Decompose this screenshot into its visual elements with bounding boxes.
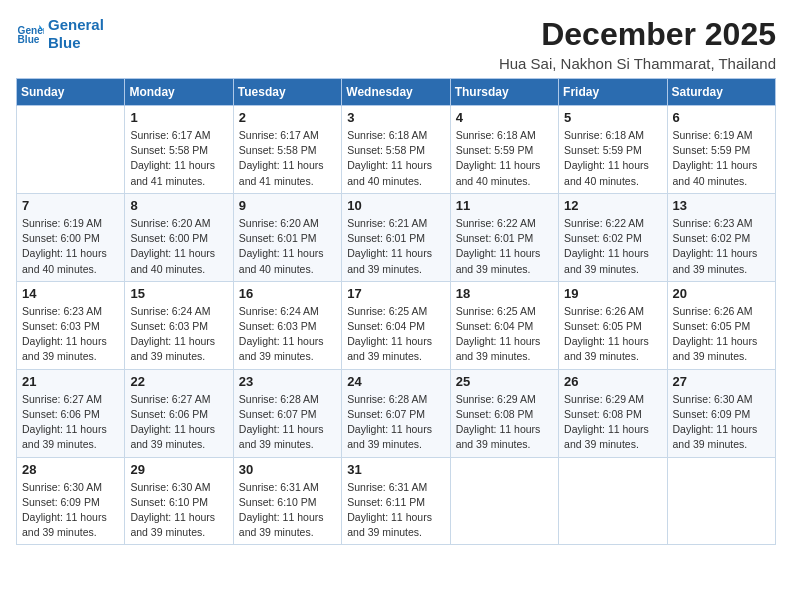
calendar-cell [667,457,775,545]
day-info: Sunrise: 6:30 AMSunset: 6:09 PMDaylight:… [22,480,119,541]
day-number: 28 [22,462,119,477]
day-number: 31 [347,462,444,477]
day-info: Sunrise: 6:18 AMSunset: 5:58 PMDaylight:… [347,128,444,189]
day-info: Sunrise: 6:17 AMSunset: 5:58 PMDaylight:… [239,128,336,189]
day-info: Sunrise: 6:30 AMSunset: 6:10 PMDaylight:… [130,480,227,541]
weekday-header: Sunday [17,79,125,106]
logo-text: General Blue [48,16,104,52]
day-info: Sunrise: 6:26 AMSunset: 6:05 PMDaylight:… [673,304,770,365]
day-number: 9 [239,198,336,213]
calendar-cell: 9Sunrise: 6:20 AMSunset: 6:01 PMDaylight… [233,193,341,281]
calendar-cell: 31Sunrise: 6:31 AMSunset: 6:11 PMDayligh… [342,457,450,545]
calendar-cell: 12Sunrise: 6:22 AMSunset: 6:02 PMDayligh… [559,193,667,281]
weekday-header: Saturday [667,79,775,106]
day-number: 3 [347,110,444,125]
day-number: 17 [347,286,444,301]
month-year: December 2025 [499,16,776,53]
day-info: Sunrise: 6:21 AMSunset: 6:01 PMDaylight:… [347,216,444,277]
day-info: Sunrise: 6:23 AMSunset: 6:02 PMDaylight:… [673,216,770,277]
logo-icon: General Blue [16,20,44,48]
calendar-cell: 16Sunrise: 6:24 AMSunset: 6:03 PMDayligh… [233,281,341,369]
calendar-week-row: 1Sunrise: 6:17 AMSunset: 5:58 PMDaylight… [17,106,776,194]
calendar-cell: 5Sunrise: 6:18 AMSunset: 5:59 PMDaylight… [559,106,667,194]
day-info: Sunrise: 6:25 AMSunset: 6:04 PMDaylight:… [347,304,444,365]
day-info: Sunrise: 6:27 AMSunset: 6:06 PMDaylight:… [130,392,227,453]
day-number: 2 [239,110,336,125]
day-info: Sunrise: 6:29 AMSunset: 6:08 PMDaylight:… [564,392,661,453]
calendar-cell: 15Sunrise: 6:24 AMSunset: 6:03 PMDayligh… [125,281,233,369]
calendar-cell: 18Sunrise: 6:25 AMSunset: 6:04 PMDayligh… [450,281,558,369]
day-info: Sunrise: 6:29 AMSunset: 6:08 PMDaylight:… [456,392,553,453]
calendar-cell: 28Sunrise: 6:30 AMSunset: 6:09 PMDayligh… [17,457,125,545]
day-number: 4 [456,110,553,125]
day-number: 25 [456,374,553,389]
day-info: Sunrise: 6:28 AMSunset: 6:07 PMDaylight:… [347,392,444,453]
day-number: 18 [456,286,553,301]
day-number: 13 [673,198,770,213]
calendar-cell [450,457,558,545]
day-number: 30 [239,462,336,477]
calendar-cell: 11Sunrise: 6:22 AMSunset: 6:01 PMDayligh… [450,193,558,281]
svg-text:Blue: Blue [18,34,40,45]
day-number: 11 [456,198,553,213]
day-info: Sunrise: 6:31 AMSunset: 6:10 PMDaylight:… [239,480,336,541]
day-info: Sunrise: 6:26 AMSunset: 6:05 PMDaylight:… [564,304,661,365]
calendar-week-row: 28Sunrise: 6:30 AMSunset: 6:09 PMDayligh… [17,457,776,545]
calendar-cell: 3Sunrise: 6:18 AMSunset: 5:58 PMDaylight… [342,106,450,194]
calendar-cell: 4Sunrise: 6:18 AMSunset: 5:59 PMDaylight… [450,106,558,194]
calendar-cell: 23Sunrise: 6:28 AMSunset: 6:07 PMDayligh… [233,369,341,457]
weekday-header: Monday [125,79,233,106]
day-info: Sunrise: 6:19 AMSunset: 6:00 PMDaylight:… [22,216,119,277]
day-number: 21 [22,374,119,389]
calendar-cell: 25Sunrise: 6:29 AMSunset: 6:08 PMDayligh… [450,369,558,457]
calendar-cell: 30Sunrise: 6:31 AMSunset: 6:10 PMDayligh… [233,457,341,545]
day-info: Sunrise: 6:18 AMSunset: 5:59 PMDaylight:… [564,128,661,189]
title-area: December 2025 Hua Sai, Nakhon Si Thammar… [499,16,776,72]
calendar-cell: 20Sunrise: 6:26 AMSunset: 6:05 PMDayligh… [667,281,775,369]
calendar-week-row: 14Sunrise: 6:23 AMSunset: 6:03 PMDayligh… [17,281,776,369]
day-number: 19 [564,286,661,301]
calendar-cell: 1Sunrise: 6:17 AMSunset: 5:58 PMDaylight… [125,106,233,194]
weekday-header: Friday [559,79,667,106]
weekday-header: Tuesday [233,79,341,106]
calendar-cell: 10Sunrise: 6:21 AMSunset: 6:01 PMDayligh… [342,193,450,281]
location: Hua Sai, Nakhon Si Thammarat, Thailand [499,55,776,72]
day-number: 22 [130,374,227,389]
day-number: 27 [673,374,770,389]
day-number: 8 [130,198,227,213]
day-number: 14 [22,286,119,301]
day-info: Sunrise: 6:22 AMSunset: 6:02 PMDaylight:… [564,216,661,277]
calendar-cell: 24Sunrise: 6:28 AMSunset: 6:07 PMDayligh… [342,369,450,457]
calendar-cell: 14Sunrise: 6:23 AMSunset: 6:03 PMDayligh… [17,281,125,369]
day-info: Sunrise: 6:20 AMSunset: 6:01 PMDaylight:… [239,216,336,277]
calendar-week-row: 7Sunrise: 6:19 AMSunset: 6:00 PMDaylight… [17,193,776,281]
calendar-cell: 7Sunrise: 6:19 AMSunset: 6:00 PMDaylight… [17,193,125,281]
calendar-cell: 13Sunrise: 6:23 AMSunset: 6:02 PMDayligh… [667,193,775,281]
day-number: 29 [130,462,227,477]
calendar-cell: 22Sunrise: 6:27 AMSunset: 6:06 PMDayligh… [125,369,233,457]
calendar-cell: 8Sunrise: 6:20 AMSunset: 6:00 PMDaylight… [125,193,233,281]
day-info: Sunrise: 6:27 AMSunset: 6:06 PMDaylight:… [22,392,119,453]
header: General Blue General Blue December 2025 … [16,16,776,72]
day-number: 5 [564,110,661,125]
day-number: 16 [239,286,336,301]
day-number: 15 [130,286,227,301]
calendar-cell: 21Sunrise: 6:27 AMSunset: 6:06 PMDayligh… [17,369,125,457]
calendar-cell: 19Sunrise: 6:26 AMSunset: 6:05 PMDayligh… [559,281,667,369]
day-info: Sunrise: 6:24 AMSunset: 6:03 PMDaylight:… [239,304,336,365]
day-info: Sunrise: 6:22 AMSunset: 6:01 PMDaylight:… [456,216,553,277]
calendar-cell: 2Sunrise: 6:17 AMSunset: 5:58 PMDaylight… [233,106,341,194]
day-info: Sunrise: 6:17 AMSunset: 5:58 PMDaylight:… [130,128,227,189]
calendar-cell [559,457,667,545]
calendar-cell [17,106,125,194]
day-info: Sunrise: 6:30 AMSunset: 6:09 PMDaylight:… [673,392,770,453]
weekday-header: Thursday [450,79,558,106]
day-info: Sunrise: 6:18 AMSunset: 5:59 PMDaylight:… [456,128,553,189]
day-number: 12 [564,198,661,213]
calendar-cell: 17Sunrise: 6:25 AMSunset: 6:04 PMDayligh… [342,281,450,369]
day-info: Sunrise: 6:24 AMSunset: 6:03 PMDaylight:… [130,304,227,365]
calendar-cell: 27Sunrise: 6:30 AMSunset: 6:09 PMDayligh… [667,369,775,457]
day-number: 6 [673,110,770,125]
day-number: 24 [347,374,444,389]
day-number: 7 [22,198,119,213]
